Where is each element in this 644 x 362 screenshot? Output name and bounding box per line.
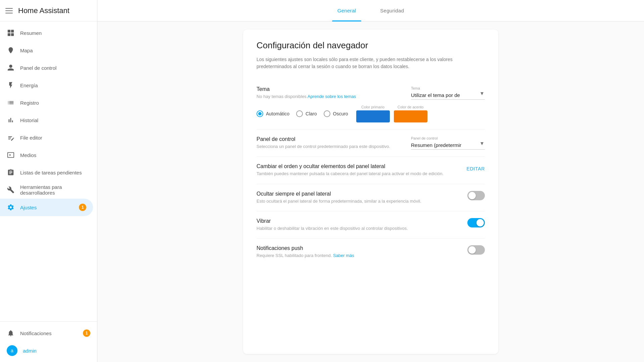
sidebar-item-medios[interactable]: Medios xyxy=(0,146,97,164)
settings-card: Configuración del navegador Los siguient… xyxy=(243,30,498,354)
sidebar-item-mapa[interactable]: Mapa xyxy=(0,42,97,59)
sidebar-label-energia: Energía xyxy=(20,83,90,88)
sidebar-label-file-editor: File editor xyxy=(20,135,90,141)
push-toggle-container xyxy=(467,245,485,255)
tab-seguridad[interactable]: Seguridad xyxy=(375,0,409,21)
hide-sidebar-row: Ocultar siempre el panel lateral Esto oc… xyxy=(257,191,485,204)
sidebar-label-resumen: Resumen xyxy=(20,30,90,36)
sidebar-item-file-editor[interactable]: File editor xyxy=(0,129,97,146)
primary-color-label: Color primario xyxy=(361,105,384,109)
radio-claro-label: Claro xyxy=(306,111,317,116)
sidebar-label-listas: Listas de tareas pendientes xyxy=(20,170,90,175)
tab-general-label: General xyxy=(337,8,356,13)
accent-color-box: Color de acento xyxy=(394,105,427,122)
push-toggle[interactable] xyxy=(467,245,485,255)
sidebar-footer: Notificaciones 1 a admin xyxy=(0,321,97,362)
radio-claro[interactable]: Claro xyxy=(296,110,317,117)
theme-section: Tema No hay temas disponibles Aprende so… xyxy=(257,80,485,130)
push-link[interactable]: Saber más xyxy=(333,253,354,258)
hide-sidebar-label: Ocultar siempre el panel lateral xyxy=(257,191,461,197)
sidebar-item-historial[interactable]: Historial xyxy=(0,111,97,129)
avatar: a xyxy=(7,345,17,356)
vibrar-label: Vibrar xyxy=(257,218,461,224)
hide-sidebar-section: Ocultar siempre el panel lateral Esto oc… xyxy=(257,184,485,211)
sidebar-label-registro: Registro xyxy=(20,100,90,106)
theme-dropdown[interactable]: Utilizar el tema por de xyxy=(411,91,485,100)
panel-control: Panel de control Resumen (predetermir ▾ xyxy=(411,136,485,150)
card-title: Configuración del navegador xyxy=(257,40,485,51)
registro-icon xyxy=(7,99,15,107)
push-desc: Requiere SSL habilitado para frontend. S… xyxy=(257,253,461,259)
sidebar-item-herramientas[interactable]: Herramientas para desarrolladores xyxy=(0,181,97,199)
vibrar-toggle-knob xyxy=(476,219,484,226)
panel-label: Panel de control xyxy=(257,136,404,142)
hide-sidebar-toggle-container xyxy=(467,191,485,200)
panel-icon xyxy=(7,64,15,72)
vibrar-row: Vibrar Habilitar o deshabilitar la vibra… xyxy=(257,218,485,231)
sidebar-item-energia[interactable]: Energía xyxy=(0,76,97,94)
tab-general[interactable]: General xyxy=(332,0,361,21)
push-label-group: Notificaciones push Requiere SSL habilit… xyxy=(257,245,461,259)
accent-color-swatch[interactable] xyxy=(394,110,427,122)
radio-oscuro[interactable]: Oscuro xyxy=(324,110,348,117)
sidebar-item-registro[interactable]: Registro xyxy=(0,94,97,111)
herramientas-icon xyxy=(7,186,15,194)
vibrar-label-group: Vibrar Habilitar o deshabilitar la vibra… xyxy=(257,218,461,231)
ajustes-icon xyxy=(7,203,15,211)
resumen-icon xyxy=(7,29,15,37)
primary-color-box: Color primario xyxy=(356,105,390,122)
hide-sidebar-label-group: Ocultar siempre el panel lateral Esto oc… xyxy=(257,191,461,204)
vibrar-toggle[interactable] xyxy=(467,218,485,227)
sidebar-item-panel[interactable]: Panel de control xyxy=(0,59,97,76)
svg-rect-3 xyxy=(11,33,14,36)
radio-automatico-label: Automático xyxy=(266,111,289,116)
svg-rect-2 xyxy=(8,33,10,36)
file-editor-icon xyxy=(7,134,15,142)
radio-claro-circle xyxy=(296,110,303,117)
top-tabs: General Seguridad xyxy=(97,0,644,21)
panel-dropdown-label: Panel de control xyxy=(411,136,485,140)
sidebar-label-herramientas: Herramientas para desarrolladores xyxy=(20,184,90,196)
theme-label: Tema xyxy=(257,86,404,92)
sidebar-item-admin[interactable]: a admin xyxy=(0,342,97,359)
sidebar-label-notificaciones: Notificaciones xyxy=(20,330,78,336)
push-row: Notificaciones push Requiere SSL habilit… xyxy=(257,245,485,259)
radio-oscuro-circle xyxy=(324,110,330,117)
sidebar-order-label: Cambiar el orden y ocultar elementos del… xyxy=(257,163,460,169)
theme-radio-group: Automático Claro Oscuro xyxy=(257,110,348,117)
sidebar-order-desc: También puedes mantener pulsada la cabec… xyxy=(257,171,460,177)
sidebar-label-admin: admin xyxy=(23,348,90,354)
theme-desc: No hay temas disponibles Aprende sobre l… xyxy=(257,94,404,100)
notificaciones-badge: 1 xyxy=(83,329,90,337)
radio-automatico[interactable]: Automático xyxy=(257,110,289,117)
primary-color-swatch[interactable] xyxy=(356,110,390,122)
theme-control: Tema Utilizar el tema por de ▾ xyxy=(411,86,485,100)
main-content: General Seguridad Configuración del nave… xyxy=(97,0,644,362)
edit-button[interactable]: EDITAR xyxy=(467,163,485,174)
tab-seguridad-label: Seguridad xyxy=(380,8,404,13)
sidebar-label-ajustes: Ajustes xyxy=(20,205,74,210)
theme-link[interactable]: Aprende sobre los temas xyxy=(308,94,356,99)
theme-dropdown-label: Tema xyxy=(411,86,485,90)
svg-rect-1 xyxy=(11,30,14,33)
sidebar-item-ajustes[interactable]: Ajustes 1 xyxy=(0,199,93,216)
sidebar: Home Assistant Resumen Mapa Panel de con… xyxy=(0,0,97,362)
content-area: Configuración del navegador Los siguient… xyxy=(97,21,644,362)
theme-extra-row: Automático Claro Oscuro Col xyxy=(257,105,485,122)
panel-section: Panel de control Selecciona un panel de … xyxy=(257,130,485,157)
sidebar-item-notificaciones[interactable]: Notificaciones 1 xyxy=(0,324,97,342)
ajustes-badge: 1 xyxy=(79,204,86,211)
mapa-icon xyxy=(7,46,15,54)
sidebar-item-resumen[interactable]: Resumen xyxy=(0,24,97,42)
theme-dropdown-container: Tema Utilizar el tema por de ▾ xyxy=(411,86,485,100)
sidebar-header: Home Assistant xyxy=(0,0,97,21)
menu-button[interactable] xyxy=(5,8,13,13)
panel-label-group: Panel de control Selecciona un panel de … xyxy=(257,136,404,150)
panel-dropdown[interactable]: Resumen (predetermir xyxy=(411,141,485,150)
panel-dropdown-container: Panel de control Resumen (predetermir ▾ xyxy=(411,136,485,150)
notificaciones-icon xyxy=(7,329,15,337)
sidebar-item-listas[interactable]: Listas de tareas pendientes xyxy=(0,164,97,181)
hide-sidebar-toggle[interactable] xyxy=(467,191,485,200)
sidebar-order-section: Cambiar el orden y ocultar elementos del… xyxy=(257,157,485,184)
color-swatches: Color primario Color de acento xyxy=(356,105,427,122)
